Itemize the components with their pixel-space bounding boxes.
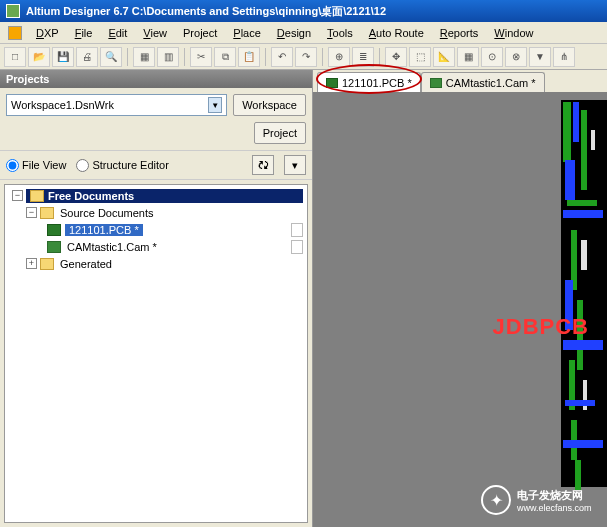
project-button[interactable]: Project xyxy=(254,122,306,144)
file-view-radio[interactable]: File View xyxy=(6,159,66,172)
options-button[interactable]: ▾ xyxy=(284,155,306,175)
dropdown-arrow-icon[interactable]: ▼ xyxy=(208,97,222,113)
select-button[interactable]: ⬚ xyxy=(409,47,431,67)
pcb-board-view xyxy=(561,100,607,487)
tree-cam-file[interactable]: CAMtastic1.Cam * xyxy=(5,238,307,255)
separator xyxy=(127,48,128,66)
tab-label: 121101.PCB * xyxy=(342,77,412,89)
panel-header: Projects xyxy=(0,70,312,88)
site-watermark: ✦ 电子发烧友网 www.elecfans.com xyxy=(481,481,601,519)
save-button[interactable]: 💾 xyxy=(52,47,74,67)
pcb-canvas[interactable]: JDBPCB ✦ 电子发烧友网 www.elecfans.com xyxy=(313,92,607,527)
open-button[interactable]: 📂 xyxy=(28,47,50,67)
cam-icon xyxy=(47,241,61,253)
layers-button[interactable]: ≣ xyxy=(352,47,374,67)
tree-source-docs[interactable]: − Source Documents xyxy=(5,204,307,221)
pcb-icon xyxy=(326,78,338,88)
panel-title: Projects xyxy=(6,73,49,85)
separator xyxy=(379,48,380,66)
tree-root[interactable]: − Free Documents xyxy=(5,187,307,204)
separator xyxy=(184,48,185,66)
toolbar: □ 📂 💾 🖨 🔍 ▦ ▥ ✂ ⧉ 📋 ↶ ↷ ⊕ ≣ ✥ ⬚ 📐 ▦ ⊙ ⊗ … xyxy=(0,44,607,70)
tree-node-label: Source Documents xyxy=(58,207,156,219)
tree-node-label: Generated xyxy=(58,258,114,270)
undo-button[interactable]: ↶ xyxy=(271,47,293,67)
collapse-icon[interactable]: − xyxy=(26,207,37,218)
menu-window[interactable]: Window xyxy=(488,25,539,41)
workspace-button[interactable]: Workspace xyxy=(233,94,306,116)
cam-icon xyxy=(430,78,442,88)
structure-editor-radio[interactable]: Structure Editor xyxy=(76,159,168,172)
menu-autoroute[interactable]: Auto Route xyxy=(363,25,430,41)
app-icon xyxy=(6,4,20,18)
tree-leaf-label: 121101.PCB * xyxy=(65,224,143,236)
tab-label: CAMtastic1.Cam * xyxy=(446,77,536,89)
net-button[interactable]: ⋔ xyxy=(553,47,575,67)
copy-button[interactable]: ⧉ xyxy=(214,47,236,67)
window-title: Altium Designer 6.7 C:\Documents and Set… xyxy=(26,4,386,19)
separator xyxy=(322,48,323,66)
expand-icon[interactable]: + xyxy=(26,258,37,269)
structure-editor-input[interactable] xyxy=(76,159,89,172)
workspace-combo[interactable]: Workspace1.DsnWrk ▼ xyxy=(6,94,227,116)
dxp-icon[interactable] xyxy=(8,26,22,40)
folder-icon xyxy=(40,207,54,219)
measure-button[interactable]: 📐 xyxy=(433,47,455,67)
tree-pcb-file[interactable]: 121101.PCB * xyxy=(5,221,307,238)
folder-icon xyxy=(30,190,44,202)
file-view-input[interactable] xyxy=(6,159,19,172)
cut-button[interactable]: ✂ xyxy=(190,47,212,67)
preview-button[interactable]: 🔍 xyxy=(100,47,122,67)
paste-button[interactable]: 📋 xyxy=(238,47,260,67)
move-button[interactable]: ✥ xyxy=(385,47,407,67)
menu-edit[interactable]: Edit xyxy=(102,25,133,41)
tree-leaf-label: CAMtastic1.Cam * xyxy=(65,241,159,253)
print-button[interactable]: 🖨 xyxy=(76,47,98,67)
project-row: Project xyxy=(0,122,312,150)
project-tree[interactable]: − Free Documents − Source Documents 1211… xyxy=(4,184,308,523)
menu-design[interactable]: Design xyxy=(271,25,317,41)
view-mode-row: File View Structure Editor 🗘 ▾ xyxy=(0,150,312,180)
tab-cam[interactable]: CAMtastic1.Cam * xyxy=(421,72,545,92)
menu-file[interactable]: File xyxy=(69,25,99,41)
origin-button[interactable]: ⊗ xyxy=(505,47,527,67)
watermark-logo-icon: ✦ xyxy=(481,485,511,515)
work-area: Projects Workspace1.DsnWrk ▼ Workspace P… xyxy=(0,70,607,527)
sch-button[interactable]: ▥ xyxy=(157,47,179,67)
menu-bar: DXP File Edit View Project Place Design … xyxy=(0,22,607,44)
zoom-button[interactable]: ⊕ xyxy=(328,47,350,67)
menu-reports[interactable]: Reports xyxy=(434,25,485,41)
pcb-button[interactable]: ▦ xyxy=(133,47,155,67)
document-tabs: 121101.PCB * CAMtastic1.Cam * xyxy=(313,70,607,92)
collapse-icon[interactable]: − xyxy=(12,190,23,201)
watermark-text: 电子发烧友网 xyxy=(517,488,592,503)
tree-root-label: Free Documents xyxy=(48,190,134,202)
menu-tools[interactable]: Tools xyxy=(321,25,359,41)
tree-generated[interactable]: + Generated xyxy=(5,255,307,272)
separator xyxy=(265,48,266,66)
workspace-row: Workspace1.DsnWrk ▼ Workspace xyxy=(0,88,312,122)
menu-place[interactable]: Place xyxy=(227,25,267,41)
tab-pcb[interactable]: 121101.PCB * xyxy=(317,72,421,92)
grid-button[interactable]: ▦ xyxy=(457,47,479,67)
page-icon xyxy=(291,240,303,254)
menu-dxp[interactable]: DXP xyxy=(30,25,65,41)
overlay-watermark-text: JDBPCB xyxy=(493,314,589,340)
snap-button[interactable]: ⊙ xyxy=(481,47,503,67)
projects-panel: Projects Workspace1.DsnWrk ▼ Workspace P… xyxy=(0,70,313,527)
editor-area: 121101.PCB * CAMtastic1.Cam * xyxy=(313,70,607,527)
new-button[interactable]: □ xyxy=(4,47,26,67)
page-icon xyxy=(291,223,303,237)
pcb-icon xyxy=(47,224,61,236)
refresh-button[interactable]: 🗘 xyxy=(252,155,274,175)
redo-button[interactable]: ↷ xyxy=(295,47,317,67)
watermark-url: www.elecfans.com xyxy=(517,503,592,513)
folder-icon xyxy=(40,258,54,270)
window-titlebar: Altium Designer 6.7 C:\Documents and Set… xyxy=(0,0,607,22)
menu-view[interactable]: View xyxy=(137,25,173,41)
drop-button[interactable]: ▼ xyxy=(529,47,551,67)
menu-project[interactable]: Project xyxy=(177,25,223,41)
workspace-value: Workspace1.DsnWrk xyxy=(11,99,114,111)
